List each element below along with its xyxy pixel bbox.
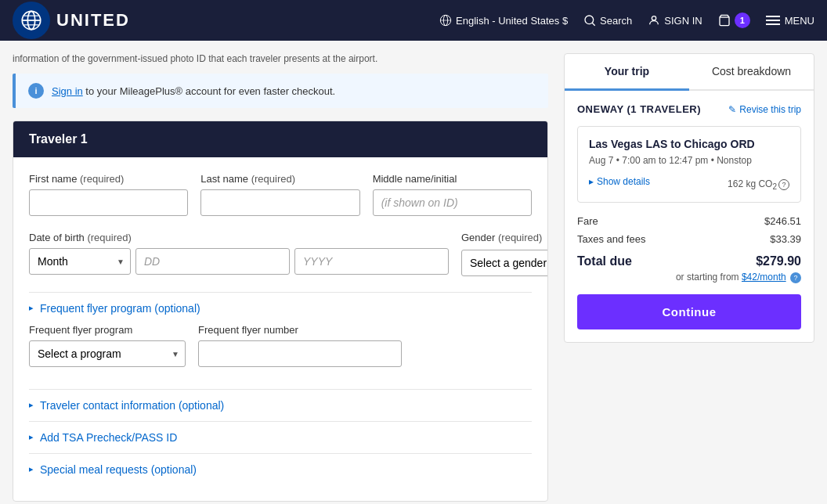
last-name-input[interactable] — [200, 189, 359, 216]
frequent-flyer-trigger[interactable]: ▸ Frequent flyer program (optional) — [29, 302, 532, 315]
ff-number-input[interactable] — [198, 340, 402, 367]
header-actions: English - United States $ Search SIGN IN… — [439, 13, 814, 28]
first-name-group: First name (required) — [29, 173, 188, 216]
search-label: Search — [600, 15, 632, 27]
show-details-link[interactable]: Show details — [589, 176, 650, 187]
panel-tabs: Your trip Cost breakdown — [565, 54, 814, 91]
middle-name-input[interactable] — [373, 189, 532, 216]
tsa-trigger[interactable]: ▸ Add TSA Precheck/PASS ID — [29, 431, 532, 444]
tab-cost-breakdown[interactable]: Cost breakdown — [689, 54, 814, 91]
ff-program-label: Frequent flyer program — [29, 324, 186, 336]
contact-info-accordion: ▸ Traveler contact information (optional… — [29, 389, 532, 421]
cart-button[interactable]: 1 — [718, 13, 750, 28]
meal-label: Special meal requests (optional) — [40, 463, 197, 476]
co2-info: 162 kg CO2 ? — [728, 178, 789, 191]
total-value: $279.90 — [756, 254, 801, 268]
ff-number-label: Frequent flyer number — [198, 324, 532, 336]
gender-label: Gender (required) ? — [461, 232, 548, 245]
monthly-help-icon[interactable]: ? — [790, 272, 801, 283]
language-label: English - United States $ — [456, 15, 568, 27]
menu-button[interactable]: MENU — [766, 15, 814, 27]
revise-trip-link[interactable]: Revise this trip — [728, 104, 801, 115]
continue-button[interactable]: Continue — [577, 294, 801, 329]
total-row: Total due $279.90 — [577, 254, 801, 268]
chevron-down-icon: ▸ — [29, 432, 34, 442]
signin-button[interactable]: SIGN IN — [648, 14, 702, 27]
menu-label: MENU — [785, 15, 814, 27]
gender-group: Gender (required) ? Select a gender Male… — [461, 232, 548, 276]
last-name-group: Last name (required) — [200, 173, 359, 216]
monthly-row: or starting from $42/month ? — [577, 272, 801, 283]
ff-row: Frequent flyer program Select a program … — [29, 324, 532, 367]
info-banner: i Sign in to your MileagePlus® account f… — [13, 74, 548, 108]
dob-year-input[interactable] — [294, 248, 449, 275]
fare-label: Fare — [577, 215, 598, 227]
traveler-header: Traveler 1 — [13, 121, 547, 157]
name-row: First name (required) Last name (require… — [29, 173, 532, 216]
tsa-label: Add TSA Precheck/PASS ID — [40, 431, 177, 444]
contact-info-trigger[interactable]: ▸ Traveler contact information (optional… — [29, 399, 532, 412]
dob-month-select[interactable]: Month JanuaryFebruaryMarch AprilMayJune … — [29, 248, 131, 275]
ff-program-select-wrapper: Select a program United MileagePlus Amer… — [29, 340, 186, 367]
traveler-body: First name (required) Last name (require… — [13, 157, 547, 501]
united-logo-text: UNITED — [56, 10, 130, 31]
monthly-link[interactable]: $42/month — [742, 272, 786, 283]
middle-name-group: Middle name/initial — [373, 173, 532, 216]
traveler-title: Traveler 1 — [29, 132, 88, 146]
info-banner-text: Sign in to your MileagePlus® account for… — [52, 85, 335, 97]
header: UNITED English - United States $ Search … — [0, 0, 827, 41]
meal-accordion: ▸ Special meal requests (optional) — [29, 453, 532, 485]
gender-select-wrapper: Select a gender Male Female Unspecified … — [461, 250, 548, 276]
gender-select[interactable]: Select a gender Male Female Unspecified … — [461, 250, 548, 276]
signin-label: SIGN IN — [664, 15, 702, 27]
notice-text: information of the government-issued pho… — [13, 53, 548, 64]
tsa-accordion: ▸ Add TSA Precheck/PASS ID — [29, 421, 532, 453]
tab-your-trip[interactable]: Your trip — [565, 54, 689, 91]
right-column: Your trip Cost breakdown ONEWAY (1 TRAVE… — [564, 53, 814, 502]
logo: UNITED — [13, 2, 130, 39]
chevron-down-icon: ▸ — [29, 464, 34, 474]
taxes-row: Taxes and fees $33.39 — [577, 233, 801, 245]
middle-name-label: Middle name/initial — [373, 173, 532, 185]
signin-link[interactable]: Sign in — [52, 85, 83, 97]
frequent-flyer-accordion: ▸ Frequent flyer program (optional) Freq… — [29, 292, 532, 389]
ff-program-select[interactable]: Select a program United MileagePlus Amer… — [29, 340, 186, 367]
last-name-label: Last name (required) — [200, 173, 359, 185]
first-name-input[interactable] — [29, 189, 188, 216]
chevron-down-icon: ▸ — [29, 303, 34, 313]
flight-route: Las Vegas LAS to Chicago ORD — [589, 138, 789, 150]
right-panel: Your trip Cost breakdown ONEWAY (1 TRAVE… — [564, 53, 814, 343]
chevron-down-icon: ▸ — [29, 400, 34, 410]
dob-day-input[interactable] — [135, 248, 290, 275]
svg-point-10 — [652, 16, 656, 20]
flight-card: Las Vegas LAS to Chicago ORD Aug 7 • 7:0… — [577, 126, 801, 203]
contact-info-label: Traveler contact information (optional) — [40, 399, 224, 412]
language-selector[interactable]: English - United States $ — [439, 14, 568, 27]
left-column: information of the government-issued pho… — [13, 53, 548, 502]
dob-label: Date of birth (required) — [29, 232, 449, 243]
trip-type: ONEWAY (1 TRAVELER) — [577, 103, 701, 115]
globe-icon — [13, 2, 50, 39]
hamburger-icon — [766, 16, 780, 25]
ff-program-group: Frequent flyer program Select a program … — [29, 324, 186, 367]
fare-row: Fare $246.51 — [577, 215, 801, 227]
cart-badge: 1 — [735, 13, 750, 28]
search-button[interactable]: Search — [583, 14, 632, 27]
panel-body: ONEWAY (1 TRAVELER) Revise this trip Las… — [565, 91, 814, 342]
fare-value: $246.51 — [764, 215, 801, 227]
trip-header: ONEWAY (1 TRAVELER) Revise this trip — [577, 103, 801, 115]
info-icon: i — [28, 83, 44, 99]
taxes-label: Taxes and fees — [577, 233, 645, 245]
frequent-flyer-label: Frequent flyer program (optional) — [40, 302, 200, 315]
first-name-label: First name (required) — [29, 173, 188, 185]
flight-details: Aug 7 • 7:00 am to 12:47 pm • Nonstop — [589, 155, 789, 166]
co2-value: 162 kg CO2 — [728, 178, 777, 191]
dob-gender-suffix-row: Date of birth (required) Month JanuaryFe… — [29, 232, 532, 276]
dob-group: Date of birth (required) Month JanuaryFe… — [29, 232, 449, 276]
traveler-card: Traveler 1 First name (required) Last na — [13, 121, 548, 502]
dob-inputs: Month JanuaryFebruaryMarch AprilMayJune … — [29, 248, 449, 275]
ff-number-group: Frequent flyer number — [198, 324, 532, 367]
meal-trigger[interactable]: ▸ Special meal requests (optional) — [29, 463, 532, 476]
co2-help-icon[interactable]: ? — [778, 179, 789, 190]
total-label: Total due — [577, 254, 632, 268]
